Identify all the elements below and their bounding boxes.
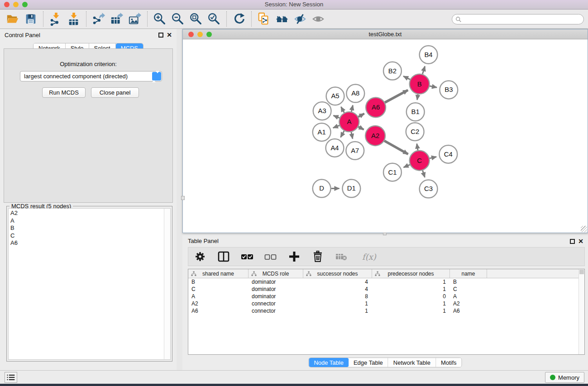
save-session-button[interactable] (22, 11, 40, 27)
graph-edge-C-C3[interactable] (423, 171, 425, 177)
close-panel-icon[interactable]: ✕ (167, 31, 172, 38)
graph-edge-A-A4[interactable] (341, 131, 344, 137)
zoom-window-button[interactable] (22, 2, 28, 7)
export-network-button[interactable] (90, 11, 108, 27)
graph-node-A1[interactable]: A1 (313, 123, 331, 141)
network-canvas[interactable]: AA1A2A3A4A5A6A7A8BB1B2B3B4CC1C2C3C4DD1 (183, 40, 588, 233)
cell-mcds-role[interactable]: connector (249, 308, 303, 314)
column-header-predecessor-nodes[interactable]: predecessor nodes (372, 269, 450, 278)
graph-node-C2[interactable]: C2 (406, 123, 424, 141)
graph-edge-B-B2[interactable] (403, 76, 410, 79)
mcds-result-item[interactable]: A (9, 217, 170, 225)
graph-node-A2[interactable]: A2 (365, 126, 385, 146)
graph-node-B3[interactable]: B3 (440, 81, 458, 99)
graph-node-A6[interactable]: A6 (366, 97, 386, 117)
mcds-result-item[interactable]: A6 (9, 239, 170, 247)
network-zoom-button[interactable] (206, 32, 212, 37)
open-session-button[interactable] (4, 11, 22, 27)
zoom-selected-button[interactable] (205, 11, 223, 27)
graph-edge-A-A1[interactable] (333, 125, 339, 128)
search-field[interactable] (452, 14, 584, 24)
cell-shared-name[interactable]: A (188, 293, 249, 300)
cell-successor-nodes[interactable]: 4 (303, 279, 372, 285)
cell-shared-name[interactable]: A6 (188, 308, 249, 314)
graph-node-D1[interactable]: D1 (342, 180, 360, 198)
mcds-result-item[interactable]: A2 (9, 210, 170, 217)
deselect-all-rows-button[interactable] (259, 248, 282, 265)
graph-node-B[interactable]: B (410, 74, 430, 94)
float-table-panel-icon[interactable] (570, 239, 575, 244)
export-table-button[interactable] (108, 11, 126, 27)
table-row[interactable]: Cdominator41C (188, 286, 584, 293)
column-header-successor-nodes[interactable]: successor nodes (303, 269, 372, 278)
cell-shared-name[interactable]: A2 (188, 300, 249, 307)
cell-name[interactable]: A (450, 293, 487, 300)
cell-name[interactable]: A2 (450, 300, 487, 307)
graph-node-C1[interactable]: C1 (383, 163, 402, 181)
graph-node-A5[interactable]: A5 (326, 87, 344, 105)
close-panel-button[interactable]: Close panel (91, 87, 139, 98)
graph-edge-C-C4[interactable] (430, 157, 436, 158)
mcds-result-item[interactable]: C (9, 232, 170, 240)
delete-column-button[interactable] (306, 248, 330, 265)
cell-mcds-role[interactable]: dominator (249, 279, 303, 285)
graph-node-C3[interactable]: C3 (420, 180, 438, 198)
cell-successor-nodes[interactable]: 4 (303, 286, 372, 292)
show-columns-button[interactable] (212, 248, 235, 265)
zoom-in-button[interactable] (151, 11, 169, 27)
float-panel-icon[interactable] (158, 33, 163, 38)
graph-edge-B-B3[interactable] (430, 86, 437, 87)
cell-shared-name[interactable]: B (188, 279, 249, 285)
network-minimize-button[interactable] (197, 32, 203, 37)
hide-graphics-details-button[interactable] (291, 11, 309, 27)
column-header-mcds-role[interactable]: MCDS role (249, 269, 303, 278)
graph-node-B4[interactable]: B4 (420, 46, 438, 64)
graph-node-A3[interactable]: A3 (313, 102, 331, 120)
graph-edge-A6-B[interactable] (385, 90, 408, 102)
close-table-panel-icon[interactable]: ✕ (578, 238, 583, 245)
criterion-dropdown[interactable]: largest connected component (directed) (20, 71, 162, 81)
graph-edge-A-A2[interactable] (359, 127, 364, 129)
cell-shared-name[interactable]: C (188, 286, 249, 292)
window-resize-grip[interactable] (581, 226, 587, 232)
table-row[interactable]: Bdominator41B (188, 278, 584, 286)
mcds-result-item[interactable]: B (9, 224, 170, 232)
graph-edge-B-B4[interactable] (422, 67, 425, 74)
graph-node-D[interactable]: D (313, 180, 331, 198)
cell-name[interactable]: C (450, 286, 487, 292)
apply-layout-button[interactable] (230, 11, 248, 27)
select-all-rows-button[interactable] (235, 248, 259, 265)
minimize-window-button[interactable] (13, 2, 19, 7)
import-table-button[interactable] (65, 11, 83, 27)
graph-node-A8[interactable]: A8 (346, 85, 364, 103)
graph-edge-B-B1[interactable] (417, 94, 418, 100)
table-tab-network-table[interactable]: Network Table (388, 358, 436, 367)
cell-mcds-role[interactable]: dominator (249, 293, 303, 300)
table-settings-button[interactable] (188, 248, 212, 265)
graph-edge-C-C2[interactable] (417, 144, 418, 151)
table-scrollbar[interactable] (578, 269, 584, 354)
show-graphics-details-button[interactable] (309, 11, 327, 27)
clone-network-button[interactable] (255, 11, 273, 27)
graph-node-A7[interactable]: A7 (346, 142, 364, 160)
cell-name[interactable]: A6 (450, 308, 487, 314)
panel-menu-button[interactable] (5, 372, 17, 383)
splitter-handle[interactable] (181, 196, 185, 200)
network-close-button[interactable] (188, 32, 194, 37)
graph-node-C[interactable]: C (410, 151, 430, 171)
zoom-fit-button[interactable] (187, 11, 205, 27)
create-column-button[interactable] (282, 248, 306, 265)
import-network-button[interactable] (47, 11, 65, 27)
close-window-button[interactable] (4, 2, 10, 7)
graph-edge-A-A7[interactable] (351, 132, 353, 139)
zoom-out-button[interactable] (169, 11, 187, 27)
graph-edge-C-C1[interactable] (404, 165, 410, 167)
search-input[interactable] (462, 15, 583, 24)
cell-name[interactable]: B (450, 279, 487, 285)
memory-button[interactable]: Memory (545, 372, 584, 383)
cell-successor-nodes[interactable]: 1 (303, 308, 372, 314)
table-tab-node-table[interactable]: Node Table (309, 358, 349, 367)
graph-edge-A2-C[interactable] (384, 141, 408, 154)
graph-edge-A-A8[interactable] (351, 105, 353, 112)
graph-node-A[interactable]: A (339, 112, 359, 132)
